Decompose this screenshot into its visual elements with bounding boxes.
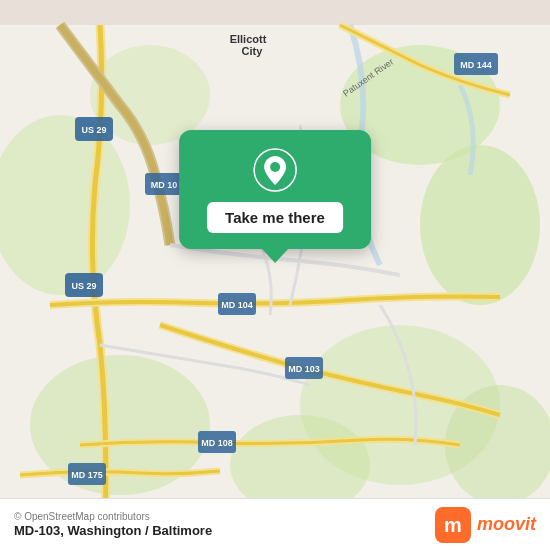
svg-text:MD 104: MD 104 [221, 300, 253, 310]
moovit-m-letter: m [444, 515, 462, 535]
location-info: © OpenStreetMap contributors MD-103, Was… [14, 511, 212, 538]
map-container: US 29 US 29 MD 104 MD 103 MD 108 MD 175 … [0, 0, 550, 550]
map-background: US 29 US 29 MD 104 MD 103 MD 108 MD 175 … [0, 0, 550, 550]
svg-text:US 29: US 29 [71, 281, 96, 291]
bottom-bar: © OpenStreetMap contributors MD-103, Was… [0, 498, 550, 550]
svg-point-2 [420, 145, 540, 305]
location-pin-icon [253, 148, 297, 192]
take-me-there-button[interactable]: Take me there [207, 202, 343, 233]
svg-text:Ellicott: Ellicott [230, 33, 267, 45]
moovit-brand-text: moovit [477, 514, 536, 535]
svg-text:US 29: US 29 [81, 125, 106, 135]
copyright-text: © OpenStreetMap contributors [14, 511, 212, 522]
card-popup: Take me there [179, 130, 371, 249]
svg-text:MD 10: MD 10 [151, 180, 178, 190]
svg-text:MD 103: MD 103 [288, 364, 320, 374]
moovit-icon: m [435, 507, 471, 543]
location-label: MD-103, Washington / Baltimore [14, 523, 212, 538]
svg-text:MD 144: MD 144 [460, 60, 492, 70]
moovit-logo[interactable]: m moovit [435, 507, 536, 543]
svg-text:City: City [242, 45, 264, 57]
svg-point-29 [270, 162, 280, 172]
svg-text:MD 175: MD 175 [71, 470, 103, 480]
svg-text:MD 108: MD 108 [201, 438, 233, 448]
